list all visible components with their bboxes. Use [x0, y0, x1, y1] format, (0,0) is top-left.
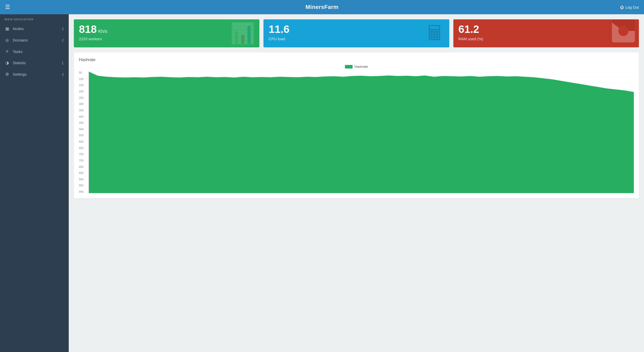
ram-card: 61.2 RAM used (%): [453, 19, 639, 47]
sidebar: MAIN NAVIGATION ▦ Nodes ❮ ◎ Domains ❮ ≡ …: [0, 14, 69, 352]
chevron-nodes-icon: ❮: [62, 27, 64, 31]
sidebar-item-domains-label: Domains: [13, 38, 28, 42]
legend-label: Hashrate: [355, 65, 368, 69]
sidebar-item-statistic-label: Statistic: [13, 61, 26, 65]
menu-icon[interactable]: ☰: [5, 4, 10, 10]
settings-icon: ⚙: [5, 72, 10, 77]
hashrate-workers: 2233 workers: [79, 37, 107, 41]
cpu-card: 11.6 CPU load 🖩: [263, 19, 449, 47]
logout-button[interactable]: ⏻ Log Out: [620, 5, 639, 9]
statistic-icon: ◑: [5, 60, 10, 65]
chevron-settings-icon: ❮: [62, 73, 64, 76]
ram-value: 61.2: [458, 23, 479, 35]
ram-label: RAM used (%): [458, 37, 483, 41]
sidebar-item-statistic[interactable]: ◑ Statistic ❮: [0, 57, 69, 69]
sidebar-item-tasks[interactable]: ≡ Tasks: [0, 46, 69, 57]
tasks-icon: ≡: [5, 49, 10, 54]
hashrate-chart-svg: [89, 71, 634, 193]
main-content: 818Kh/s 2233 workers 📊 11.6 CPU load: [69, 14, 644, 352]
stat-cards: 818Kh/s 2233 workers 📊 11.6 CPU load: [74, 19, 639, 47]
cpu-label: CPU load: [269, 37, 289, 41]
header: ☰ MinersFarm ⏻ Log Out: [0, 0, 644, 14]
chart-container: Hashrate Hashrate 995 950 900 850 800 75…: [74, 52, 639, 198]
sidebar-nav-label: MAIN NAVIGATION: [0, 14, 69, 23]
power-icon: ⏻: [620, 5, 624, 9]
cpu-value: 11.6: [269, 23, 289, 35]
svg-marker-21: [89, 72, 634, 193]
sidebar-item-settings[interactable]: ⚙ Settings ❮: [0, 69, 69, 80]
chevron-domains-icon: ❮: [62, 38, 64, 42]
domains-icon: ◎: [5, 38, 10, 43]
hashrate-value: 818: [79, 23, 97, 35]
sidebar-item-nodes-label: Nodes: [13, 26, 24, 31]
hashrate-unit: Kh/s: [98, 29, 107, 34]
logout-label: Log Out: [625, 5, 639, 9]
sidebar-item-domains[interactable]: ◎ Domains ❮: [0, 34, 69, 46]
chart-y-axis: 995 950 900 850 800 750 700 650 600 550 …: [79, 71, 89, 193]
hashrate-card: 818Kh/s 2233 workers 📊: [74, 19, 259, 47]
layout: MAIN NAVIGATION ▦ Nodes ❮ ◎ Domains ❮ ≡ …: [0, 14, 644, 352]
chart-legend: Hashrate: [79, 65, 634, 69]
chevron-statistic-icon: ❮: [62, 61, 64, 65]
sidebar-item-tasks-label: Tasks: [13, 49, 22, 54]
chart-wrapper: 995 950 900 850 800 750 700 650 600 550 …: [79, 71, 634, 193]
chart-area: [89, 71, 634, 193]
sidebar-item-settings-label: Settings: [13, 72, 26, 76]
app-logo: MinersFarm: [305, 4, 339, 10]
chart-title: Hashrate: [79, 58, 634, 62]
sidebar-item-nodes[interactable]: ▦ Nodes ❮: [0, 23, 69, 34]
nodes-icon: ▦: [5, 26, 10, 31]
legend-swatch: [345, 65, 353, 69]
